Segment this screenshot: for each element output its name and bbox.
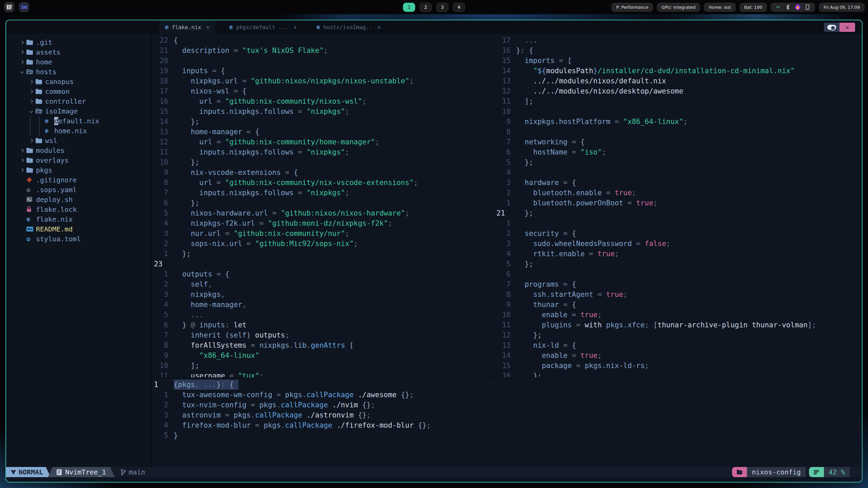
line-number: 3 [152, 289, 168, 300]
scissors-icon[interactable]: ✂ [775, 4, 781, 10]
chevron-right-icon[interactable] [18, 61, 26, 63]
system-tray: ✂ [771, 3, 815, 12]
tree-item-modules[interactable]: modules [6, 145, 151, 155]
code-text: }: { [516, 45, 533, 56]
code-text: firefox-mod-blur = pkgs.callPackage ./fi… [174, 420, 431, 430]
phone-icon[interactable] [805, 4, 810, 10]
tab-flake-nix[interactable]: ❄flake.nix× [159, 20, 215, 34]
window-close-button[interactable]: × [840, 23, 855, 32]
tab-pkgs-default-[interactable]: ❄pkgs/default ...× [224, 20, 302, 34]
tree-item-label: modules [36, 146, 64, 155]
chevron-down-icon[interactable] [18, 70, 26, 73]
close-tab-icon[interactable]: × [206, 24, 210, 30]
chevron-right-icon[interactable] [18, 149, 26, 152]
code-text: imports = [ [516, 56, 572, 66]
workspace-button-4[interactable]: 4 [453, 3, 465, 12]
code-text: plugins = with pkgs.xfce; [thunar-archiv… [516, 320, 816, 330]
tree-item-label: README.md [36, 225, 73, 233]
code-text: nixpkgs-f2k.url = "github:moni-dz/nixpkg… [174, 218, 392, 228]
code-text: }; [174, 249, 191, 259]
tree-item-assets[interactable]: assets [6, 47, 151, 57]
wm-logo-button[interactable]: $W [19, 2, 29, 12]
line-number: 15 [494, 56, 511, 66]
editor-pane-iso-default-nix[interactable]: 17 ...16}: {15 imports = [14 "${modulesP… [494, 34, 862, 378]
tree-item-canopus[interactable]: canopus [6, 77, 151, 86]
tree-item-hosts[interactable]: hosts [6, 67, 151, 77]
code-line: 9 thunar = { [494, 300, 862, 310]
workspace-button-1[interactable]: 1 [403, 3, 415, 12]
chevron-right-icon[interactable] [18, 51, 26, 54]
tree-item-home-nix[interactable]: ❄home.nix [6, 126, 151, 136]
tree-item-isoimage[interactable]: isoImage [6, 106, 151, 116]
editor-pane-flake-nix[interactable]: 22{21 description = "tux's NixOS Flake";… [152, 34, 494, 378]
tree-item-label: isoImage [45, 107, 78, 115]
tree-item-controller[interactable]: controller [6, 96, 151, 106]
chevron-down-icon[interactable] [27, 110, 36, 113]
tree-item-default-nix[interactable]: ❄default.nix [6, 116, 151, 126]
chevron-right-icon[interactable] [27, 90, 36, 93]
tree-item-label: flake.nix [36, 215, 73, 223]
code-line: 5 }; [494, 157, 862, 167]
clock-pill[interactable]: Fri Aug 09, 17:09 [819, 3, 865, 12]
tree-item--gitignore[interactable]: .gitignore [6, 175, 151, 185]
system-bar: $W 1234 P: PerformanceGPU: IntegratedHom… [0, 0, 868, 14]
lines-icon [814, 470, 819, 474]
line-number: 6 [494, 147, 511, 157]
window-toggle-button[interactable] [824, 23, 840, 32]
flame-icon[interactable] [795, 4, 801, 10]
folder-icon [26, 148, 36, 153]
chevron-right-icon[interactable] [18, 169, 26, 171]
tree-item-common[interactable]: common [6, 86, 151, 96]
nix-icon: ❄ [45, 117, 54, 125]
close-tab-icon[interactable]: × [377, 24, 381, 30]
tree-item-label: pkgs [36, 166, 52, 174]
tree-item-flake-nix[interactable]: ❄flake.nix [6, 214, 151, 224]
system-bar-left: $W [4, 2, 29, 12]
editor-column: 22{21 description = "tux's NixOS Flake";… [152, 34, 862, 467]
line-number: 11 [494, 96, 511, 106]
code-text: url = "github:nix-community/nixos-wsl"; [174, 96, 367, 106]
workspace-button-2[interactable]: 2 [420, 3, 432, 12]
tree-item-stylua-toml[interactable]: ⚙stylua.toml [6, 234, 151, 244]
tree-item-pkgs[interactable]: pkgs [6, 165, 151, 175]
chevron-right-icon[interactable] [18, 41, 26, 44]
tree-item--git[interactable]: .git [6, 37, 151, 47]
code-line: 15 inputs.nixpkgs.follows = "nixpkgs"; [152, 106, 494, 117]
code-line: 14 "${modulesPath}/installer/cd-dvd/inst… [494, 66, 862, 76]
tab-hosts-isoimag-[interactable]: ❄hosts/isoImag..× [311, 20, 386, 34]
line-number: 6 [152, 198, 168, 208]
buffer-segment: NvimTree_1 [48, 467, 115, 477]
line-number: 16 [494, 45, 511, 56]
chevron-right-icon[interactable] [27, 139, 36, 142]
code-line: 17 ... [494, 35, 862, 45]
tree-item-flake-lock[interactable]: flake.lock [6, 204, 151, 214]
code-text: }; [174, 157, 199, 167]
code-line: 8 ssh.startAgent = true; [494, 289, 862, 300]
code-line: 10 [494, 106, 862, 117]
chevron-right-icon[interactable] [27, 80, 36, 83]
tree-item-label: wsl [45, 137, 57, 145]
tree-item-label: default.nix [54, 117, 99, 125]
bluetooth-icon[interactable] [785, 4, 791, 10]
line-number: 15 [152, 106, 168, 117]
close-tab-icon[interactable]: × [293, 24, 297, 30]
editor-pane-pkgs-default-nix[interactable]: 1{pkgs, ...}: {1 tux-awesome-wm-config =… [152, 378, 862, 467]
app-launcher-button[interactable] [4, 2, 14, 12]
line-number: 11 [152, 371, 168, 378]
code-line: 4 nixpkgs-f2k.url = "github:moni-dz/nixp… [152, 218, 494, 228]
code-line: 14 enable = true; [494, 350, 862, 361]
code-text: nur.url = "github:nix-community/nur"; [174, 228, 349, 239]
editor-window: ❄flake.nix×❄pkgs/default ...×❄hosts/isoI… [5, 20, 863, 483]
file-explorer[interactable]: .gitassetshomehostscanopuscommoncontroll… [6, 34, 151, 467]
code-line: 7 inherit (self) outputs; [152, 330, 494, 340]
workspace-button-3[interactable]: 3 [436, 3, 449, 12]
chevron-right-icon[interactable] [18, 159, 26, 162]
tree-item-overlays[interactable]: overlays [6, 155, 151, 165]
tree-item--sops-yaml[interactable]: ⚙.sops.yaml [6, 185, 151, 195]
tree-item-readme-md[interactable]: README.md [6, 224, 151, 234]
tree-item-wsl[interactable]: wsl [6, 136, 151, 145]
code-text: } [174, 430, 178, 441]
tree-item-home[interactable]: home [6, 57, 151, 67]
tree-item-deploy-sh[interactable]: deploy.sh [6, 195, 151, 204]
chevron-right-icon[interactable] [27, 100, 36, 103]
